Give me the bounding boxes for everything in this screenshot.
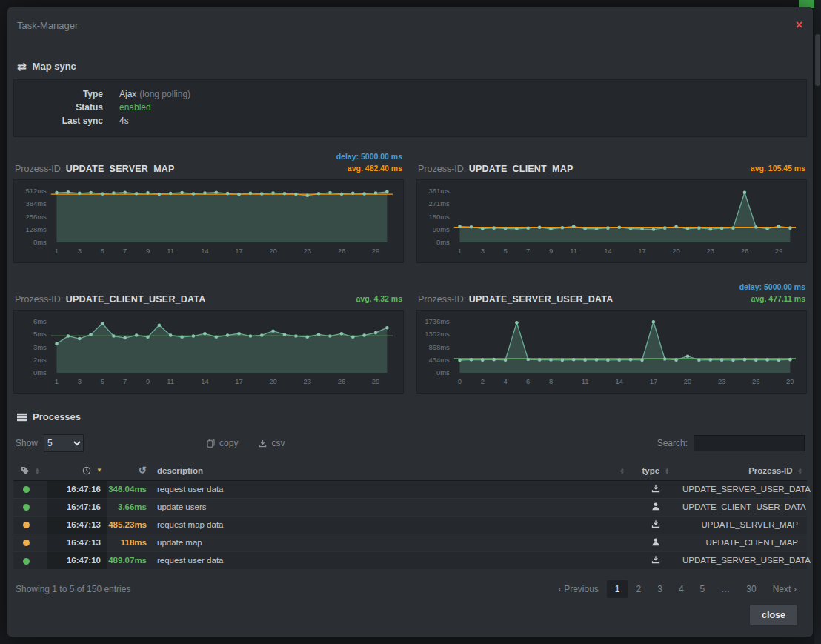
svg-text:384ms: 384ms: [25, 199, 47, 208]
modal-body: ⇄ Map sync Type Ajax (long polling) Stat…: [7, 61, 813, 598]
row-process-id: UPDATE_SERVER_MAP: [682, 516, 807, 534]
column-header-status[interactable]: ▲▼: [13, 461, 47, 480]
download-icon: [651, 484, 660, 493]
row-duration: 489.07ms: [107, 551, 151, 569]
svg-text:128ms: 128ms: [25, 225, 47, 233]
map-sync-row-suffix: (long polling): [139, 87, 190, 101]
chart-head: Prozess-ID: UPDATE_SERVER_USER_DATA dela…: [416, 278, 807, 305]
svg-text:14: 14: [604, 247, 612, 255]
svg-text:3ms: 3ms: [33, 343, 47, 351]
table-row: 16:47:16 3.66ms update users UPDATE_CLIE…: [13, 498, 807, 516]
svg-text:0ms: 0ms: [33, 238, 47, 246]
svg-text:1: 1: [55, 377, 59, 385]
close-icon[interactable]: ×: [796, 19, 802, 31]
chart-canvas: 6ms5ms3ms2ms0ms1357911141720232629: [14, 311, 403, 393]
status-dot: [23, 558, 30, 565]
svg-text:14: 14: [201, 247, 209, 255]
process-id-header-label: Prozess-ID: [748, 466, 792, 475]
csv-button[interactable]: csv: [259, 438, 285, 448]
table-row: 16:47:13 118ms update map UPDATE_CLIENT_…: [13, 534, 807, 551]
chart-canvas: 361ms271ms180ms90ms0ms135791114172023262…: [417, 180, 806, 262]
svg-text:3: 3: [78, 247, 82, 255]
row-type: [629, 534, 682, 551]
charts-grid: Prozess-ID: UPDATE_SERVER_MAP delay: 500…: [13, 147, 807, 394]
svg-text:14: 14: [616, 377, 624, 385]
svg-text:5: 5: [503, 247, 507, 255]
column-header-description[interactable]: description ▲▼: [151, 461, 629, 480]
chart-title-prefix: Prozess-ID:: [418, 164, 466, 174]
svg-text:1736ms: 1736ms: [425, 317, 450, 325]
modal-title: Task-Manager: [17, 20, 78, 31]
svg-text:0ms: 0ms: [33, 368, 47, 376]
chart-title: Prozess-ID: UPDATE_SERVER_MAP: [15, 164, 175, 174]
map-sync-row-value: 4s: [119, 114, 129, 127]
svg-text:0ms: 0ms: [436, 238, 450, 246]
svg-text:2: 2: [481, 377, 485, 385]
show-label: Show: [16, 438, 38, 448]
row-duration: 118ms: [107, 534, 151, 551]
chart-delay-label: delay: 5000.00 ms: [739, 281, 805, 293]
chart-process-name: UPDATE_SERVER_MAP: [66, 164, 175, 174]
svg-text:20: 20: [672, 247, 680, 255]
svg-text:11: 11: [582, 377, 589, 385]
map-sync-row-label: Type: [14, 87, 103, 101]
svg-text:7: 7: [123, 377, 127, 385]
chart-process-name: UPDATE_CLIENT_MAP: [469, 164, 574, 174]
map-sync-row: Last sync 4s: [14, 114, 806, 127]
map-sync-panel: Type Ajax (long polling) Status enabled …: [13, 79, 807, 137]
chart-head: Prozess-ID: UPDATE_CLIENT_MAP avg. 105.4…: [416, 147, 807, 174]
svg-text:7: 7: [123, 247, 127, 255]
copy-button[interactable]: copy: [207, 438, 238, 448]
sort-desc-icon: ▼: [96, 468, 102, 474]
table-row: 16:47:16 346.04ms request user data UPDA…: [13, 480, 807, 498]
map-sync-row-label: Status: [14, 101, 103, 114]
scrollbar-thumb[interactable]: [815, 34, 820, 86]
page-size-select[interactable]: 5: [44, 434, 84, 452]
entries-summary: Showing 1 to 5 of 150 entries: [16, 584, 130, 594]
svg-text:90ms: 90ms: [433, 225, 450, 233]
chart-avg-label: avg. 477.11 ms: [739, 293, 805, 305]
chart-head: Prozess-ID: UPDATE_SERVER_MAP delay: 500…: [13, 147, 404, 174]
column-header-type[interactable]: type ▲▼: [629, 461, 682, 480]
svg-text:5ms: 5ms: [33, 330, 47, 338]
chart-panel: 361ms271ms180ms90ms0ms135791114172023262…: [416, 179, 807, 263]
tasks-icon: [17, 413, 27, 422]
column-header-time[interactable]: ▼: [47, 461, 107, 480]
chart-process-name: UPDATE_CLIENT_USER_DATA: [66, 294, 206, 305]
status-dot: [23, 522, 30, 528]
chart-block: Prozess-ID: UPDATE_CLIENT_USER_DATA avg.…: [13, 278, 404, 394]
page-scrollbar[interactable]: [814, 0, 821, 644]
svg-text:23: 23: [304, 377, 312, 385]
table-row: 16:47:13 485.23ms request map data UPDAT…: [13, 516, 807, 534]
map-sync-row: Type Ajax (long polling): [14, 87, 806, 101]
svg-text:0: 0: [458, 377, 462, 385]
svg-text:14: 14: [201, 377, 209, 385]
process-table-body: 16:47:16 346.04ms request user data UPDA…: [13, 480, 807, 569]
svg-text:0ms: 0ms: [436, 368, 450, 376]
chart-stats: avg. 4.32 ms: [356, 293, 402, 305]
processes-heading: Processes: [17, 411, 807, 422]
svg-text:1302ms: 1302ms: [425, 330, 450, 338]
chart-avg-label: avg. 4.32 ms: [356, 293, 402, 305]
column-header-duration[interactable]: ↺: [107, 461, 151, 480]
svg-text:180ms: 180ms: [428, 213, 450, 221]
search-input[interactable]: [694, 435, 805, 451]
svg-text:9: 9: [549, 247, 553, 255]
processes-heading-label: Processes: [33, 411, 81, 422]
row-process-id: UPDATE_SERVER_USER_DATA: [682, 551, 807, 569]
tag-icon: [21, 466, 30, 475]
svg-text:17: 17: [638, 247, 646, 255]
chart-stats: delay: 5000.00 ms avg. 477.11 ms: [739, 281, 805, 305]
svg-text:23: 23: [304, 247, 312, 255]
close-button[interactable]: close: [749, 604, 798, 626]
column-header-process-id[interactable]: Prozess-ID ▲▼: [682, 461, 807, 480]
chart-canvas: 1736ms1302ms868ms434ms0ms024681114172023…: [417, 311, 806, 393]
table-header-row: ▲▼ ▼ ↺: [13, 461, 807, 480]
svg-text:4: 4: [503, 377, 507, 385]
row-time: 16:47:13: [47, 516, 107, 534]
svg-text:26: 26: [338, 377, 346, 385]
row-description: request user data: [151, 480, 629, 498]
svg-text:3: 3: [481, 247, 485, 255]
svg-text:29: 29: [372, 377, 380, 385]
chart-delay-label: delay: 5000.00 ms: [336, 150, 402, 162]
